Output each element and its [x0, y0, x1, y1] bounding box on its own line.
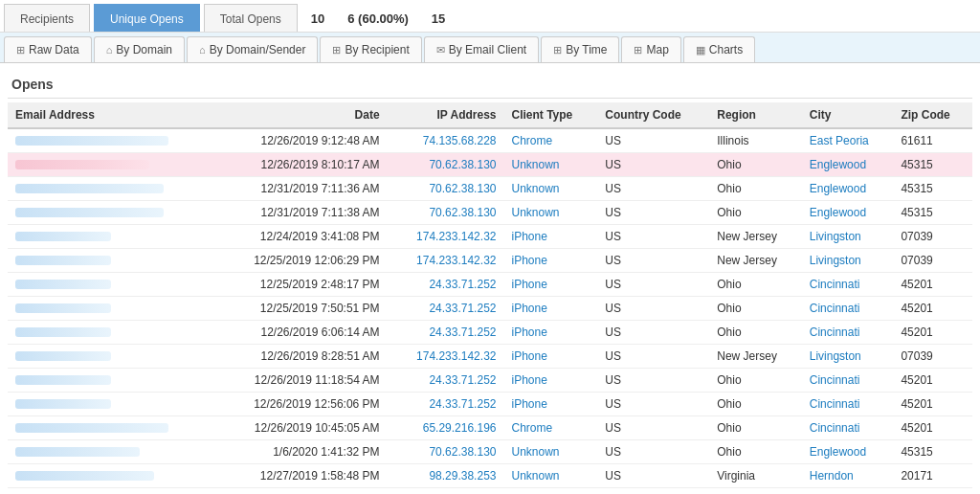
- zip-cell: 45315: [893, 440, 972, 464]
- table-row: 12/26/2019 12:56:06 PM24.33.71.252iPhone…: [8, 393, 972, 416]
- table-row: 12/25/2019 12:06:29 PM174.233.142.32iPho…: [8, 249, 972, 273]
- table-row: 12/25/2019 2:48:17 PM24.33.71.252iPhoneU…: [8, 273, 972, 297]
- city-cell: Cincinnati: [802, 416, 894, 440]
- tab-by-domain-sender[interactable]: ⌂ By Domain/Sender: [187, 36, 318, 62]
- map-icon: ⊞: [634, 44, 642, 56]
- ip-cell[interactable]: 174.233.142.32: [388, 225, 504, 249]
- ip-cell[interactable]: 70.62.38.130: [388, 201, 504, 225]
- ip-cell[interactable]: 174.233.142.32: [388, 249, 504, 273]
- col-client: Client Type: [503, 102, 597, 128]
- unique-opens-tab[interactable]: Unique Opens: [94, 4, 200, 32]
- email-cell: [8, 345, 214, 369]
- zip-cell: 45315: [893, 201, 972, 225]
- tab-raw-data[interactable]: ⊞ Raw Data: [4, 36, 92, 62]
- region-cell: New Jersey: [709, 225, 801, 249]
- country-cell: US: [597, 128, 709, 153]
- total-opens-value: 15: [432, 10, 445, 28]
- tab-by-time[interactable]: ⊞ By Time: [541, 36, 619, 62]
- tab-by-domain-sender-label: By Domain/Sender: [210, 43, 306, 56]
- raw-data-icon: ⊞: [16, 44, 25, 56]
- country-cell: US: [597, 393, 709, 416]
- date-cell: 12/26/2019 12:56:06 PM: [214, 393, 388, 416]
- city-cell: Englewood: [802, 201, 894, 225]
- client-cell: iPhone: [503, 369, 597, 393]
- email-cell: [8, 440, 214, 464]
- date-cell: 12/31/2019 7:11:38 AM: [214, 201, 388, 225]
- opens-table: Email Address Date IP Address Client Typ…: [8, 102, 972, 488]
- email-cell: [8, 225, 214, 249]
- ip-cell[interactable]: 70.62.38.130: [388, 177, 504, 201]
- email-cell: [8, 201, 214, 225]
- ip-cell[interactable]: 65.29.216.196: [388, 416, 504, 440]
- ip-cell[interactable]: 24.33.71.252: [388, 297, 504, 321]
- zip-cell: 61611: [893, 128, 972, 153]
- city-cell: Englewood: [802, 153, 894, 177]
- client-cell: iPhone: [503, 393, 597, 416]
- tab-by-domain[interactable]: ⌂ By Domain: [94, 36, 185, 62]
- city-cell: Englewood: [802, 177, 894, 201]
- ip-cell[interactable]: 70.62.38.130: [388, 440, 504, 464]
- table-row: 12/26/2019 8:10:17 AM70.62.38.130Unknown…: [8, 153, 972, 177]
- date-cell: 12/25/2019 2:48:17 PM: [214, 273, 388, 297]
- ip-cell[interactable]: 24.33.71.252: [388, 273, 504, 297]
- ip-cell[interactable]: 24.33.71.252: [388, 393, 504, 416]
- zip-cell: 45201: [893, 416, 972, 440]
- country-cell: US: [597, 369, 709, 393]
- email-cell: [8, 128, 214, 153]
- col-zip: Zip Code: [893, 102, 972, 128]
- by-domain-sender-icon: ⌂: [199, 44, 206, 56]
- region-cell: Ohio: [709, 297, 801, 321]
- date-cell: 12/26/2019 10:45:05 AM: [214, 416, 388, 440]
- tab-by-recipient-label: By Recipient: [345, 43, 409, 56]
- total-opens-tab[interactable]: Total Opens: [204, 4, 298, 32]
- table-row: 12/31/2019 7:11:36 AM70.62.38.130Unknown…: [8, 177, 972, 201]
- zip-cell: 45201: [893, 393, 972, 416]
- country-cell: US: [597, 440, 709, 464]
- country-cell: US: [597, 464, 709, 488]
- region-cell: Ohio: [709, 177, 801, 201]
- tab-by-recipient[interactable]: ⊞ By Recipient: [320, 36, 421, 62]
- tab-by-email-client[interactable]: ✉ By Email Client: [424, 36, 539, 62]
- zip-cell: 45201: [893, 321, 972, 345]
- recipients-tab[interactable]: Recipients: [4, 4, 90, 32]
- country-cell: US: [597, 153, 709, 177]
- section-title: Opens: [8, 71, 972, 99]
- country-cell: US: [597, 273, 709, 297]
- client-cell: iPhone: [503, 249, 597, 273]
- ip-cell[interactable]: 98.29.38.253: [388, 464, 504, 488]
- date-cell: 12/26/2019 8:10:17 AM: [214, 153, 388, 177]
- ip-cell[interactable]: 174.233.142.32: [388, 345, 504, 369]
- region-cell: Ohio: [709, 153, 801, 177]
- region-cell: Virginia: [709, 464, 801, 488]
- email-cell: [8, 393, 214, 416]
- city-cell: East Peoria: [802, 128, 894, 153]
- date-cell: 1/6/2020 1:41:32 PM: [214, 440, 388, 464]
- email-cell: [8, 464, 214, 488]
- tab-by-time-label: By Time: [566, 43, 607, 56]
- email-cell: [8, 321, 214, 345]
- country-cell: US: [597, 297, 709, 321]
- unique-opens-value: 6 (60.00%): [347, 10, 409, 28]
- client-cell: iPhone: [503, 273, 597, 297]
- client-cell: Unknown: [503, 201, 597, 225]
- country-cell: US: [597, 225, 709, 249]
- by-email-client-icon: ✉: [436, 44, 445, 56]
- client-cell: Chrome: [503, 416, 597, 440]
- table-row: 12/26/2019 6:06:14 AM24.33.71.252iPhoneU…: [8, 321, 972, 345]
- ip-cell[interactable]: 74.135.68.228: [388, 128, 504, 153]
- region-cell: Ohio: [709, 393, 801, 416]
- country-cell: US: [597, 177, 709, 201]
- table-row: 12/25/2019 7:50:51 PM24.33.71.252iPhoneU…: [8, 297, 972, 321]
- ip-cell[interactable]: 24.33.71.252: [388, 321, 504, 345]
- region-cell: New Jersey: [709, 345, 801, 369]
- col-country: Country Code: [597, 102, 709, 128]
- table-row: 12/24/2019 3:41:08 PM174.233.142.32iPhon…: [8, 225, 972, 249]
- by-time-icon: ⊞: [553, 44, 562, 56]
- ip-cell[interactable]: 70.62.38.130: [388, 153, 504, 177]
- city-cell: Livingston: [802, 249, 894, 273]
- tab-charts[interactable]: ▦ Charts: [683, 36, 755, 62]
- by-recipient-icon: ⊞: [332, 44, 341, 56]
- date-cell: 12/25/2019 7:50:51 PM: [214, 297, 388, 321]
- tab-map[interactable]: ⊞ Map: [621, 36, 680, 62]
- ip-cell[interactable]: 24.33.71.252: [388, 369, 504, 393]
